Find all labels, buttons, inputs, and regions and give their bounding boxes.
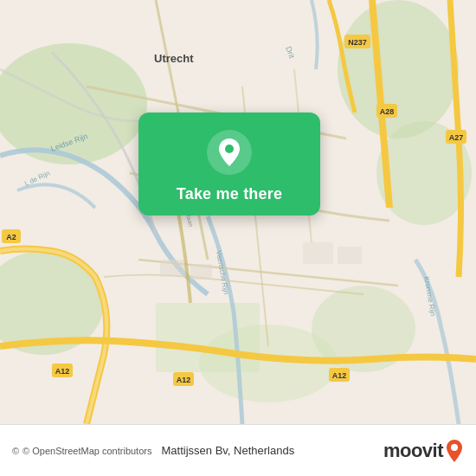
svg-text:A28: A28 — [380, 107, 395, 116]
svg-text:A12: A12 — [177, 376, 191, 384]
moovit-brand-name: moovit — [383, 440, 443, 462]
svg-text:N237: N237 — [348, 38, 367, 47]
moovit-logo-container: moovit — [383, 439, 464, 463]
svg-text:A27: A27 — [449, 133, 464, 142]
cta-card[interactable]: Take me there — [138, 113, 320, 215]
footer-bar: © © OpenStreetMap contributors Mattijsse… — [0, 424, 476, 476]
footer-attribution: © © OpenStreetMap contributors Mattijsse… — [12, 444, 294, 457]
copyright-icon: © — [12, 446, 19, 456]
svg-text:A12: A12 — [55, 367, 70, 376]
location-pin-icon — [207, 130, 252, 175]
svg-rect-34 — [303, 242, 333, 264]
svg-text:A12: A12 — [332, 371, 347, 380]
svg-rect-35 — [338, 247, 362, 264]
svg-point-2 — [338, 0, 459, 138]
moovit-logo: moovit — [383, 439, 464, 463]
location-text: Mattijssen Bv, Netherlands — [162, 444, 295, 457]
svg-text:Utrecht: Utrecht — [154, 52, 194, 65]
map-container: A2 A12 A12 A12 A28 A27 N237 Leidse Rijn … — [0, 0, 476, 424]
moovit-pin-icon — [445, 439, 464, 463]
svg-point-39 — [451, 444, 458, 451]
svg-rect-32 — [160, 260, 186, 277]
svg-point-38 — [225, 145, 234, 153]
svg-text:A2: A2 — [6, 233, 16, 241]
cta-button-label: Take me there — [177, 185, 282, 203]
openstreetmap-credit: © OpenStreetMap contributors — [23, 446, 151, 456]
svg-rect-33 — [190, 264, 212, 280]
